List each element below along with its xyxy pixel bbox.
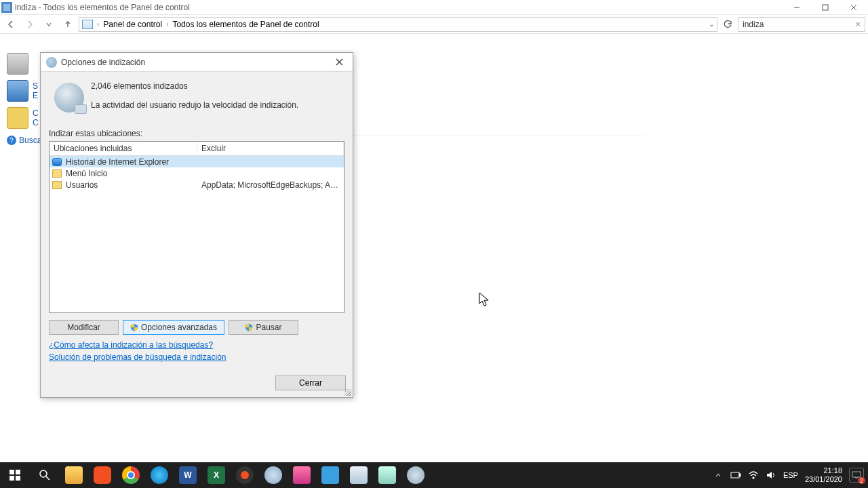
- svg-rect-9: [16, 476, 20, 481]
- svg-rect-15: [852, 472, 861, 477]
- back-button[interactable]: [3, 16, 19, 33]
- tray-language[interactable]: ESP: [783, 471, 798, 479]
- svg-rect-13: [739, 474, 741, 476]
- col-included[interactable]: Ubicaciones incluidas: [50, 142, 197, 155]
- svg-line-11: [46, 476, 50, 480]
- recent-dropdown[interactable]: [41, 16, 57, 33]
- notifications-button[interactable]: 2: [849, 468, 864, 483]
- window-title: indiza - Todos los elementos de Panel de…: [15, 3, 190, 12]
- chevron-right-icon: ›: [97, 20, 99, 28]
- chrome-taskbar[interactable]: [117, 462, 145, 488]
- search-value: indiza: [743, 20, 764, 29]
- toolbar: › Panel de control › Todos los elementos…: [0, 15, 868, 34]
- clear-search-icon[interactable]: ×: [855, 19, 861, 29]
- modify-button[interactable]: Modificar: [49, 320, 119, 335]
- app-taskbar[interactable]: [316, 462, 344, 488]
- folder-icon: [52, 169, 62, 178]
- refresh-button[interactable]: [720, 17, 735, 32]
- breadcrumb-current[interactable]: Todos los elementos de Panel de control: [172, 20, 319, 29]
- svg-point-14: [753, 477, 754, 479]
- pause-button[interactable]: Pausar: [229, 320, 298, 335]
- forward-button[interactable]: [22, 16, 38, 33]
- magnifier-icon: [54, 83, 84, 113]
- app-taskbar[interactable]: [231, 462, 259, 488]
- breadcrumb-root[interactable]: Panel de control: [103, 20, 162, 29]
- dialog-titlebar: Opciones de indización: [41, 53, 353, 72]
- system-tray: ESP 21:18 23/01/2020 2: [713, 466, 868, 484]
- uac-shield-icon: [245, 323, 253, 331]
- troubleshoot-link[interactable]: Solución de problemas de búsqueda e indi…: [49, 352, 344, 362]
- col-exclude[interactable]: Excluir: [197, 142, 344, 155]
- svg-rect-6: [9, 470, 14, 474]
- cp-item-icon: [7, 107, 28, 129]
- indexing-icon: [46, 57, 57, 68]
- indexing-taskbar[interactable]: [401, 462, 430, 488]
- minimize-button[interactable]: [783, 0, 811, 15]
- ie-taskbar[interactable]: [145, 462, 174, 488]
- folder-icon: [52, 181, 62, 189]
- uac-shield-icon: [130, 323, 138, 331]
- list-item[interactable]: Usuarios AppData; MicrosoftEdgeBackups; …: [50, 179, 344, 190]
- maximize-button[interactable]: [811, 0, 840, 15]
- dialog-close-button[interactable]: [331, 54, 347, 70]
- indexed-count: 2,046 elementos indizados: [91, 81, 298, 91]
- volume-icon[interactable]: [766, 470, 776, 481]
- notification-badge: 2: [858, 477, 865, 484]
- svg-rect-7: [16, 470, 20, 474]
- svg-rect-1: [823, 5, 828, 10]
- indexing-options-dialog: Opciones de indización 2,046 elementos i…: [40, 52, 353, 398]
- close-dialog-button[interactable]: Cerrar: [275, 375, 346, 390]
- search-input[interactable]: indiza ×: [738, 17, 865, 32]
- svg-point-10: [40, 470, 47, 477]
- ie-icon: [52, 158, 62, 166]
- tray-clock[interactable]: 21:18 23/01/2020: [805, 466, 842, 484]
- tray-chevron-icon[interactable]: [713, 470, 724, 481]
- address-bar[interactable]: › Panel de control › Todos los elementos…: [79, 17, 717, 32]
- app-taskbar[interactable]: [344, 462, 373, 488]
- control-panel-icon: [82, 20, 93, 29]
- svg-rect-12: [731, 472, 739, 478]
- help-icon: ?: [7, 136, 16, 145]
- dialog-title: Opciones de indización: [61, 58, 145, 67]
- chevron-down-icon[interactable]: ⌄: [709, 20, 714, 28]
- list-item[interactable]: Menú Inicio: [50, 167, 344, 179]
- indexing-status: La actividad del usuario redujo la veloc…: [91, 100, 298, 110]
- chevron-right-icon: ›: [166, 20, 168, 28]
- locations-label: Indizar estas ubicaciones:: [49, 129, 344, 138]
- excel-taskbar[interactable]: X: [202, 462, 231, 488]
- file-explorer-taskbar[interactable]: [60, 462, 88, 488]
- app-taskbar[interactable]: [288, 462, 316, 488]
- app-icon: [1, 2, 12, 13]
- list-header: Ubicaciones incluidas Excluir: [50, 142, 344, 156]
- svg-rect-8: [9, 476, 14, 481]
- cursor-icon: [479, 292, 491, 311]
- help-link[interactable]: ?Buscar: [7, 136, 44, 145]
- advanced-options-button[interactable]: Opciones avanzadas: [123, 320, 224, 335]
- cp-item-icon: [7, 80, 28, 102]
- how-indexing-link[interactable]: ¿Cómo afecta la indización a las búsqued…: [49, 340, 344, 350]
- resize-grip[interactable]: [344, 389, 351, 396]
- battery-icon[interactable]: [730, 470, 741, 481]
- up-button[interactable]: [60, 16, 76, 33]
- search-taskbar-button[interactable]: [30, 462, 60, 488]
- taskbar: W X ESP 21:18 23/01/2020 2: [0, 462, 868, 488]
- list-item[interactable]: Historial de Internet Explorer: [50, 156, 344, 167]
- window-titlebar: indiza - Todos los elementos de Panel de…: [0, 0, 868, 15]
- brave-taskbar[interactable]: [88, 462, 117, 488]
- close-button[interactable]: [840, 0, 868, 15]
- locations-listbox[interactable]: Ubicaciones incluidas Excluir Historial …: [49, 141, 344, 313]
- wifi-icon[interactable]: [748, 470, 759, 481]
- cp-item-icon: [7, 53, 28, 75]
- app-taskbar[interactable]: [259, 462, 288, 488]
- control-panel-items: SE CC ?Buscar: [7, 50, 44, 145]
- word-taskbar[interactable]: W: [174, 462, 202, 488]
- start-button[interactable]: [0, 462, 30, 488]
- app-taskbar[interactable]: [373, 462, 401, 488]
